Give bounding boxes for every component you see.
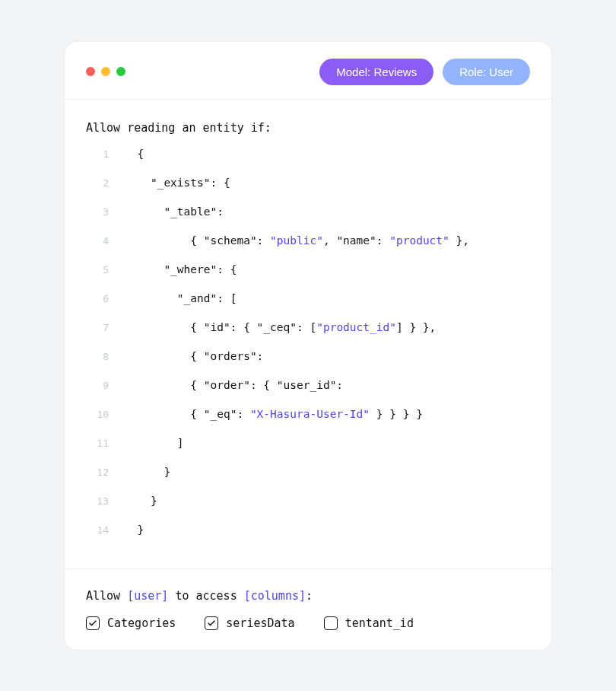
line-number: 10 — [86, 409, 109, 419]
code-text: { "orders": — [124, 351, 263, 362]
line-number: 11 — [86, 438, 109, 448]
columns-token: [columns] — [244, 589, 306, 603]
line-number: 1 — [86, 149, 109, 159]
code-line: 8 { "orders": — [86, 351, 530, 380]
code-line: 14 } — [86, 524, 530, 553]
editor-body: Allow reading an entity if: 1 {2 "_exist… — [65, 100, 551, 553]
checkbox-label: tentant_id — [345, 616, 414, 630]
code-text: { "schema": "public", "name": "product" … — [124, 235, 469, 247]
code-line: 7 { "id": { "_ceq": ["product_id"] } }, — [86, 322, 530, 351]
checkbox-item[interactable]: Categories — [86, 616, 176, 630]
code-line: 9 { "order": { "user_id": — [86, 380, 530, 409]
checkbox-unchecked-icon[interactable] — [324, 616, 338, 630]
line-number: 8 — [86, 352, 109, 361]
code-text: { "_eq": "X-Hasura-User-Id" } } } } — [124, 409, 423, 420]
code-text: "_and": [ — [124, 293, 237, 304]
line-number: 7 — [86, 323, 109, 333]
columns-heading: Allow [user] to access [columns]: — [86, 589, 530, 603]
minimize-icon[interactable] — [101, 67, 110, 76]
line-number: 13 — [86, 496, 109, 506]
line-number: 14 — [86, 525, 109, 535]
line-number: 12 — [86, 467, 109, 477]
checkbox-checked-icon[interactable] — [205, 616, 218, 630]
code-line: 3 "_table": — [86, 206, 530, 235]
code-text: { "id": { "_ceq": ["product_id"] } }, — [124, 322, 436, 333]
code-line: 6 "_and": [ — [86, 293, 530, 322]
code-text: } — [124, 467, 170, 478]
code-text: } — [124, 524, 144, 536]
code-text: } — [124, 495, 157, 507]
model-pill[interactable]: Model: Reviews — [319, 59, 433, 85]
code-text: ] — [124, 438, 184, 449]
code-line: 13 } — [86, 495, 530, 524]
code-text: { — [124, 148, 144, 160]
traffic-lights — [86, 67, 125, 76]
checkbox-checked-icon[interactable] — [86, 616, 100, 630]
line-number: 5 — [86, 265, 109, 275]
maximize-icon[interactable] — [116, 67, 125, 76]
code-text: { "order": { "user_id": — [124, 380, 343, 391]
pill-group: Model: Reviews Role: User — [319, 59, 530, 85]
checkbox-label: Categories — [107, 616, 176, 630]
app-window: Model: Reviews Role: User Allow reading … — [65, 42, 551, 650]
line-number: 9 — [86, 381, 109, 390]
code-text: "_where": { — [124, 264, 237, 275]
close-icon[interactable] — [86, 67, 95, 76]
line-number: 6 — [86, 294, 109, 304]
line-number: 4 — [86, 236, 109, 246]
code-line: 10 { "_eq": "X-Hasura-User-Id" } } } } — [86, 409, 530, 438]
checkbox-item[interactable]: tentant_id — [324, 616, 414, 630]
column-checkboxes: CategoriesseriesDatatentant_id — [86, 616, 530, 630]
code-line: 4 { "schema": "public", "name": "product… — [86, 235, 530, 264]
code-line: 5 "_where": { — [86, 264, 530, 293]
line-number: 3 — [86, 207, 109, 217]
role-pill[interactable]: Role: User — [443, 59, 530, 85]
line-number: 2 — [86, 178, 109, 188]
code-line: 11 ] — [86, 438, 530, 467]
checkbox-label: seriesData — [226, 616, 294, 630]
titlebar: Model: Reviews Role: User — [65, 42, 551, 100]
text: to access — [168, 589, 243, 603]
footer-section: Allow [user] to access [columns]: Catego… — [65, 568, 551, 650]
code-line: 1 { — [86, 148, 530, 177]
code-line: 2 "_exists": { — [86, 177, 530, 206]
checkbox-item[interactable]: seriesData — [205, 616, 294, 630]
code-line: 12 } — [86, 467, 530, 495]
code-text: "_exists": { — [124, 177, 230, 189]
code-block[interactable]: 1 {2 "_exists": {3 "_table":4 { "schema"… — [86, 148, 530, 553]
user-token: [user] — [127, 589, 168, 603]
code-text: "_table": — [124, 206, 224, 218]
text: : — [306, 589, 313, 603]
rule-heading: Allow reading an entity if: — [86, 121, 530, 135]
text: Allow — [86, 589, 127, 603]
